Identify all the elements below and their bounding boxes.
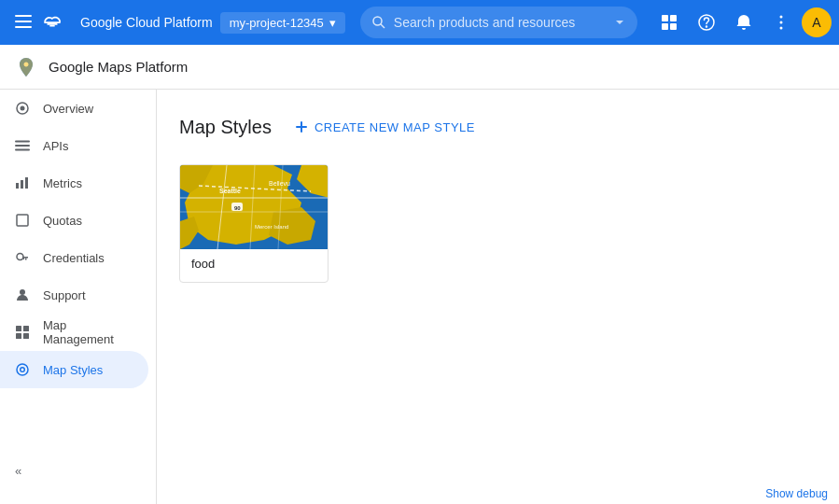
support-icon <box>15 287 30 302</box>
svg-rect-2 <box>15 26 32 28</box>
sidebar-label-overview: Overview <box>43 102 93 116</box>
svg-point-26 <box>17 254 23 260</box>
svg-rect-0 <box>15 15 32 17</box>
create-new-map-style-button[interactable]: CREATE NEW MAP STYLE <box>294 112 475 142</box>
sidebar-item-map-management[interactable]: Map Management <box>0 314 148 351</box>
svg-point-14 <box>780 16 783 19</box>
svg-rect-3 <box>44 21 61 23</box>
svg-rect-5 <box>49 25 55 27</box>
svg-rect-31 <box>16 326 21 331</box>
svg-rect-27 <box>22 257 28 259</box>
svg-text:Mercer Island: Mercer Island <box>255 224 288 230</box>
svg-text:Bellevu: Bellevu <box>269 180 290 187</box>
svg-point-18 <box>21 106 25 111</box>
debug-bar[interactable]: Show debug <box>754 483 839 504</box>
map-style-card-food[interactable]: Seattle Bellevu Mercer Island 90 food <box>179 164 329 283</box>
create-button-label: CREATE NEW MAP STYLE <box>315 120 475 134</box>
map-thumbnail: Seattle Bellevu Mercer Island 90 <box>180 165 329 249</box>
map-style-name: food <box>180 249 328 282</box>
subheader-title: Google Maps Platform <box>49 59 188 75</box>
sidebar-label-apis: APIs <box>43 139 68 153</box>
show-debug-label: Show debug <box>765 487 828 500</box>
search-bar[interactable] <box>360 7 637 38</box>
svg-point-16 <box>780 27 783 30</box>
sidebar-label-map-management: Map Management <box>43 318 133 346</box>
apis-icon <box>15 138 30 153</box>
svg-point-30 <box>20 289 25 295</box>
svg-rect-28 <box>25 259 27 260</box>
page-title: Map Styles <box>179 117 272 138</box>
svg-rect-19 <box>15 141 30 143</box>
topbar-title: Google Cloud Platform <box>80 15 213 30</box>
sidebar-collapse-btn[interactable]: « <box>0 452 157 489</box>
svg-rect-29 <box>23 259 25 260</box>
svg-rect-9 <box>670 15 677 21</box>
user-avatar[interactable]: A <box>802 7 832 37</box>
svg-rect-22 <box>16 183 19 189</box>
svg-point-37 <box>21 369 24 371</box>
project-selector[interactable]: my-project-12345 ▾ <box>220 12 345 34</box>
overview-icon <box>15 101 30 116</box>
svg-rect-39 <box>296 126 307 128</box>
menu-icon[interactable] <box>7 6 39 40</box>
sidebar-label-credentials: Credentials <box>43 251 105 265</box>
sidebar-item-metrics[interactable]: Metrics <box>0 164 148 202</box>
sidebar-label-metrics: Metrics <box>43 176 82 190</box>
svg-text:Seattle: Seattle <box>219 188 241 194</box>
svg-rect-4 <box>47 23 57 25</box>
project-name: my-project-12345 <box>230 16 324 30</box>
sidebar-item-overview[interactable]: Overview <box>0 90 148 127</box>
metrics-icon <box>15 175 30 190</box>
svg-text:90: 90 <box>234 205 241 211</box>
topbar: Google Cloud Platform my-project-12345 ▾ <box>0 0 839 45</box>
svg-point-6 <box>373 17 382 25</box>
sidebar-item-map-styles[interactable]: Map Styles <box>0 351 148 388</box>
sidebar-item-credentials[interactable]: Credentials <box>0 239 148 276</box>
main-content: Map Styles CREATE NEW MAP STYLE <box>157 90 839 504</box>
topbar-actions: A <box>652 6 832 39</box>
sidebar-label-map-styles: Map Styles <box>43 363 103 377</box>
help-icon-btn[interactable] <box>690 6 723 39</box>
notifications-icon-btn[interactable] <box>727 6 761 39</box>
map-styles-grid: Seattle Bellevu Mercer Island 90 food <box>179 164 817 283</box>
sidebar-item-quotas[interactable]: Quotas <box>0 202 148 239</box>
sidebar-label-support: Support <box>43 288 86 302</box>
sidebar-label-quotas: Quotas <box>43 214 82 228</box>
page-header: Map Styles CREATE NEW MAP STYLE <box>179 112 817 142</box>
svg-point-15 <box>780 21 783 24</box>
svg-line-7 <box>381 24 385 28</box>
svg-rect-8 <box>662 15 668 21</box>
sidebar-item-support[interactable]: Support <box>0 276 148 314</box>
more-options-icon-btn[interactable] <box>764 6 798 39</box>
svg-rect-34 <box>23 333 29 339</box>
chevron-down-icon: ▾ <box>329 16 336 30</box>
quotas-icon <box>15 213 30 228</box>
svg-point-13 <box>706 26 707 27</box>
svg-rect-10 <box>662 23 668 30</box>
collapse-icon: « <box>15 464 21 478</box>
svg-rect-23 <box>21 180 23 189</box>
search-input[interactable] <box>394 15 613 30</box>
map-management-icon <box>15 325 30 340</box>
svg-rect-20 <box>15 145 30 147</box>
google-cloud-logo <box>39 9 65 35</box>
credentials-icon <box>15 250 30 265</box>
svg-rect-25 <box>17 215 28 226</box>
svg-rect-33 <box>16 333 21 339</box>
svg-rect-32 <box>23 326 29 331</box>
svg-rect-1 <box>15 21 32 22</box>
map-styles-icon <box>15 362 30 377</box>
subheader: Google Maps Platform <box>0 45 839 90</box>
svg-rect-24 <box>25 177 28 189</box>
svg-rect-11 <box>670 23 677 30</box>
svg-rect-21 <box>15 149 30 151</box>
sidebar: Overview APIs Metrics Quotas <box>0 90 157 504</box>
grid-icon-btn[interactable] <box>652 6 686 39</box>
sidebar-item-apis[interactable]: APIs <box>0 127 148 164</box>
